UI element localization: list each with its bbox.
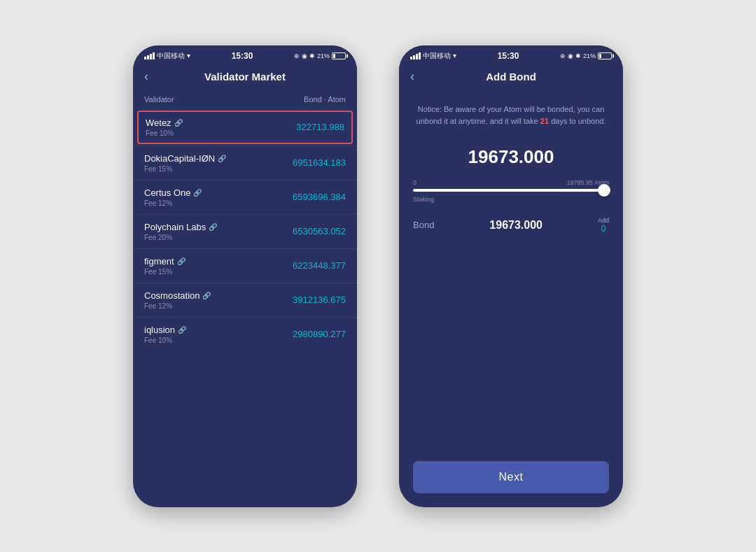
validator-fee: Fee 12% xyxy=(144,199,202,207)
link-icon: 🔗 xyxy=(193,189,202,197)
phone2-frame: 中国移动 ▾ 15:30 ⊕ ◉ ✱ 21% ‹ Add Bond Notice… xyxy=(399,45,623,507)
validator-name: Polychain Labs 🔗 xyxy=(144,222,217,232)
validator-bond: 2980890.277 xyxy=(293,329,346,339)
header-2: ‹ Add Bond xyxy=(399,64,623,92)
status-right-2: ⊕ ◉ ✱ 21% xyxy=(560,52,612,59)
validator-bond: 322713.988 xyxy=(296,122,344,132)
bond-input-row: Bond 19673.000 Add 0 xyxy=(399,203,623,241)
link-icon: 🔗 xyxy=(209,223,217,231)
battery-percent-2: 21% xyxy=(583,52,596,59)
bond-amount-display: 19673.000 xyxy=(399,139,623,179)
carrier-label: 中国移动 xyxy=(157,51,185,61)
add-badge: Add 0 xyxy=(598,217,609,234)
wifi-icon: ▾ xyxy=(187,52,190,59)
validator-bond: 3912136.675 xyxy=(293,295,346,305)
validator-name: iqlusion 🔗 xyxy=(144,325,186,335)
validator-fee: Fee 15% xyxy=(144,268,186,276)
time-label-2: 15:30 xyxy=(498,51,519,61)
battery-icon xyxy=(332,52,346,59)
signal-icon xyxy=(144,52,155,59)
status-left-1: 中国移动 ▾ xyxy=(144,51,190,61)
header-1: ‹ Validator Market xyxy=(133,64,357,92)
time-label: 15:30 xyxy=(232,51,253,61)
validator-bond: 6593696.384 xyxy=(293,192,346,202)
slider-sublabel: Staking xyxy=(413,196,609,203)
back-button-2[interactable]: ‹ xyxy=(410,69,414,84)
status-right-1: ⊕ ◉ ✱ 21% xyxy=(294,52,346,59)
validator-name: DokiaCapital-IØN 🔗 xyxy=(144,153,226,164)
notice-box: Notice: Be aware of your Atom will be bo… xyxy=(399,92,623,139)
validator-info: DokiaCapital-IØN 🔗 Fee 15% xyxy=(144,153,226,173)
notice-days: 21 xyxy=(540,117,549,125)
bluetooth-icon: ✱ xyxy=(309,52,315,59)
validator-info: Certus One 🔗 Fee 12% xyxy=(144,187,202,207)
validator-info: Polychain Labs 🔗 Fee 20% xyxy=(144,222,217,241)
validator-info: figment 🔗 Fee 15% xyxy=(144,256,186,276)
link-icon: 🔗 xyxy=(178,326,186,334)
validator-list: Wetez 🔗 Fee 10% 322713.988 DokiaCapital-… xyxy=(133,109,357,507)
validator-fee: Fee 10% xyxy=(144,337,186,344)
link-icon: 🔗 xyxy=(218,155,226,162)
add-label: Add xyxy=(598,217,609,224)
validator-fee: Fee 20% xyxy=(144,234,217,241)
validator-name: Wetez 🔗 xyxy=(146,118,183,128)
column-headers: Validator Bond · Atom xyxy=(133,92,357,109)
status-left-2: 中国移动 ▾ xyxy=(410,51,456,61)
link-icon: 🔗 xyxy=(177,257,186,265)
validator-item-dokia[interactable]: DokiaCapital-IØN 🔗 Fee 15% 6951634.183 xyxy=(133,146,357,180)
validator-name: Certus One 🔗 xyxy=(144,187,202,198)
link-icon: 🔗 xyxy=(174,119,183,127)
status-bar-1: 中国移动 ▾ 15:30 ⊕ ◉ ✱ 21% xyxy=(133,45,357,64)
validator-item-wetez[interactable]: Wetez 🔗 Fee 10% 322713.988 xyxy=(137,111,353,144)
slider-labels: 0 19785.95 Atom xyxy=(413,179,609,186)
page-title-2: Add Bond xyxy=(486,71,536,83)
col-validator: Validator xyxy=(144,95,174,104)
page-title-1: Validator Market xyxy=(204,71,286,83)
link-icon: 🔗 xyxy=(202,292,211,299)
slider-track[interactable] xyxy=(413,189,609,192)
validator-name: figment 🔗 xyxy=(144,256,186,267)
validator-item-cosmostation[interactable]: Cosmostation 🔗 Fee 12% 3912136.675 xyxy=(133,283,357,317)
validator-item-figment[interactable]: figment 🔗 Fee 15% 6223448.377 xyxy=(133,248,357,283)
battery-percent: 21% xyxy=(317,52,330,59)
validator-bond: 6223448.377 xyxy=(293,260,346,271)
notice-text2: days to unbond. xyxy=(549,117,606,125)
validator-item-certus[interactable]: Certus One 🔗 Fee 12% 6593696.384 xyxy=(133,180,357,214)
carrier-label-2: 中国移动 xyxy=(423,51,451,61)
slider-fill xyxy=(413,189,605,192)
back-button-1[interactable]: ‹ xyxy=(144,69,148,84)
page-wrapper: 中国移动 ▾ 15:30 ⊕ ◉ ✱ 21% ‹ Validator Marke… xyxy=(0,0,756,552)
bond-label: Bond xyxy=(413,220,434,230)
wifi-icon-2: ▾ xyxy=(453,52,456,59)
col-bond: Bond · Atom xyxy=(304,95,346,104)
slider-container: 0 19785.95 Atom Staking xyxy=(399,179,623,203)
validator-info: iqlusion 🔗 Fee 10% xyxy=(144,325,186,344)
validator-item-iqlusion[interactable]: iqlusion 🔗 Fee 10% 2980890.277 xyxy=(133,317,357,351)
validator-info: Cosmostation 🔗 Fee 12% xyxy=(144,290,211,310)
validator-fee: Fee 15% xyxy=(144,165,226,173)
validator-bond: 6530563.052 xyxy=(293,226,346,236)
validator-fee: Fee 10% xyxy=(146,129,183,137)
slider-min: 0 xyxy=(413,179,416,186)
validator-bond: 6951634.183 xyxy=(293,157,346,168)
validator-item-polychain[interactable]: Polychain Labs 🔗 Fee 20% 6530563.052 xyxy=(133,214,357,248)
bluetooth-icon-2: ✱ xyxy=(575,52,581,59)
signal-icon-2 xyxy=(410,52,421,59)
alarm-icon: ◉ xyxy=(302,52,307,59)
add-value: 0 xyxy=(598,224,609,234)
location-icon-2: ⊕ xyxy=(560,52,566,59)
bond-value[interactable]: 19673.000 xyxy=(489,219,542,232)
alarm-icon-2: ◉ xyxy=(568,52,573,59)
validator-info: Wetez 🔗 Fee 10% xyxy=(146,118,183,137)
next-button[interactable]: Next xyxy=(413,461,609,493)
phone1-frame: 中国移动 ▾ 15:30 ⊕ ◉ ✱ 21% ‹ Validator Marke… xyxy=(133,45,357,507)
location-icon: ⊕ xyxy=(294,52,300,59)
slider-thumb[interactable] xyxy=(598,184,610,197)
validator-name: Cosmostation 🔗 xyxy=(144,290,211,301)
status-bar-2: 中国移动 ▾ 15:30 ⊕ ◉ ✱ 21% xyxy=(399,45,623,64)
battery-icon-2 xyxy=(598,52,612,59)
validator-fee: Fee 12% xyxy=(144,302,211,310)
